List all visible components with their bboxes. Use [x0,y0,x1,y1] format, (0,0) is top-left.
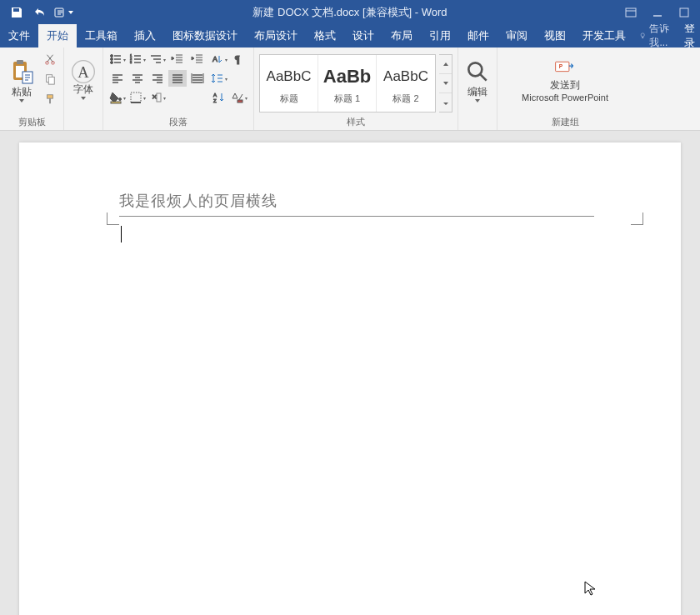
page[interactable]: 我是很烦人的页眉横线 [19,142,681,615]
svg-rect-13 [48,95,53,98]
paste-label: 粘贴 [12,85,32,99]
styles-gallery: AaBbC 标题 AaBb 标题 1 AaBbC 标题 2 [259,54,436,112]
ribbon-display-options-button[interactable] [618,2,643,22]
header-margin-mark-left [107,212,119,225]
styles-gallery-scroll [439,54,452,112]
group-paragraph-label: 段落 [108,116,248,128]
svg-rect-6 [17,60,23,64]
tab-format[interactable]: 格式 [306,24,344,48]
title-bar: 新建 DOCX 文档.docx [兼容模式] - Word [0,0,700,24]
tab-developer[interactable]: 开发工具 [574,24,634,48]
window-controls [618,2,700,22]
shading-button[interactable]: ▾ [108,89,127,106]
copy-button[interactable] [42,71,58,88]
group-clipboard-label: 剪贴板 [5,116,58,128]
group-styles: AaBbC 标题 AaBb 标题 1 AaBbC 标题 2 样式 [254,48,458,130]
numbering-button[interactable]: 123▾ [128,51,147,68]
svg-point-3 [641,33,644,37]
tab-insert[interactable]: 插入 [126,24,164,48]
svg-text:3: 3 [130,60,132,64]
align-left-button[interactable] [108,70,127,87]
send-to-powerpoint-button[interactable]: P 发送到 Microsoft PowerPoint [502,51,628,109]
save-button[interactable] [7,2,27,22]
tab-file[interactable]: 文件 [0,24,38,48]
find-icon [464,58,491,85]
multilevel-list-button[interactable]: ▾ [148,51,167,68]
lightbulb-icon [639,30,646,42]
tab-layout-design[interactable]: 布局设计 [246,24,306,48]
maximize-button[interactable] [672,2,697,22]
editing-button[interactable]: 编辑 [463,51,492,109]
tab-toolbox[interactable]: 工具箱 [77,24,126,48]
svg-text:Z: Z [213,98,217,103]
show-marks-button[interactable]: ¶ [230,51,248,68]
powerpoint-send-icon: P [554,58,576,77]
group-editing: 编辑 [458,48,498,130]
minimize-button[interactable] [645,2,670,22]
ribbon: 粘贴 剪贴板 A 字体 [0,48,700,131]
paste-button[interactable]: 粘贴 [5,51,38,109]
page-header[interactable]: 我是很烦人的页眉横线 [119,191,631,217]
group-newgroup: P 发送到 Microsoft PowerPoint 新建组 [498,48,632,130]
svg-rect-24 [131,92,141,102]
styles-scroll-up[interactable] [439,55,452,74]
tab-review[interactable]: 审阅 [498,24,536,48]
tab-references[interactable]: 引用 [421,24,459,48]
login-button[interactable]: 登录 [678,24,700,48]
bullets-button[interactable]: ▾ [108,51,127,68]
snap-to-grid-button[interactable]: ✕▾ [148,89,167,106]
window-title: 新建 DOCX 文档.docx [兼容模式] - Word [252,5,447,20]
text-cursor [121,226,122,242]
send-to-label2: Microsoft PowerPoint [522,92,608,102]
align-center-button[interactable] [128,70,147,87]
align-right-button[interactable] [148,70,167,87]
svg-rect-23 [111,102,121,103]
tab-layout[interactable]: 布局 [382,24,421,48]
format-painter-button[interactable] [42,91,58,108]
group-newgroup-label: 新建组 [502,116,628,128]
style-item-heading1[interactable]: AaBb 标题 1 [318,55,377,112]
distributed-button[interactable] [188,70,207,87]
font-dialog-button[interactable]: A 字体 [69,51,98,109]
tab-home[interactable]: 开始 [38,24,77,48]
group-styles-label: 样式 [259,116,452,128]
styles-scroll-down[interactable] [439,74,452,93]
tab-chart-design[interactable]: 图标数据设计 [164,24,246,48]
tab-mailings[interactable]: 邮件 [459,24,498,48]
style-item-title[interactable]: AaBbC 标题 [260,55,318,112]
font-label: 字体 [73,82,93,97]
quick-access-toolbar [0,2,73,22]
svg-rect-12 [48,77,54,84]
paintbrush-icon [44,93,56,105]
tell-me-search[interactable]: 告诉我... [634,24,678,48]
cut-button[interactable] [42,51,58,68]
undo-button[interactable] [30,2,50,22]
svg-text:P: P [559,63,563,69]
tab-view[interactable]: 视图 [536,24,574,48]
svg-rect-1 [626,8,636,17]
style-item-heading2[interactable]: AaBbC 标题 2 [377,55,435,112]
tab-design[interactable]: 设计 [344,24,382,48]
text-direction-button[interactable]: A▾ [210,51,228,68]
svg-rect-31 [238,100,242,102]
svg-text:¶: ¶ [235,53,240,65]
editing-label: 编辑 [468,85,488,99]
svg-point-22 [119,98,122,101]
scissors-icon [44,53,56,65]
borders-button[interactable]: ▾ [128,89,147,106]
asian-layout-button[interactable]: ▾ [230,89,248,106]
header-text[interactable]: 我是很烦人的页眉横线 [119,191,631,211]
send-to-label1: 发送到 [550,78,580,92]
header-margin-mark-right [631,212,643,225]
justify-button[interactable] [168,70,187,87]
copy-icon [44,73,56,85]
line-spacing-button[interactable]: ▾ [210,70,228,87]
document-canvas[interactable]: 我是很烦人的页眉横线 [0,131,700,615]
styles-expand[interactable] [439,93,452,112]
sort-button[interactable]: AZ [210,89,228,106]
decrease-indent-button[interactable] [168,51,187,68]
header-underline [119,216,594,217]
svg-point-16 [111,55,113,58]
increase-indent-button[interactable] [188,51,207,68]
redo-touch-button[interactable] [53,2,73,22]
